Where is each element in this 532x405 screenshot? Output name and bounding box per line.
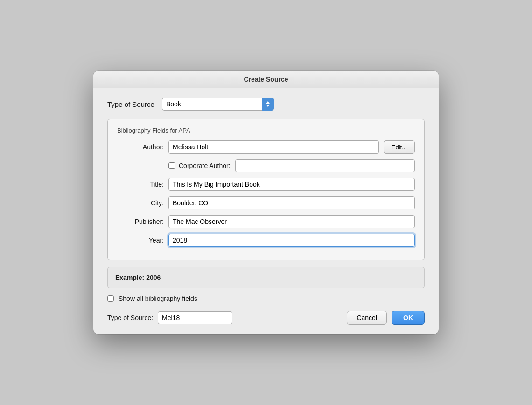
source-type-select[interactable]: Book bbox=[162, 98, 274, 111]
show-all-label: Show all bibliography fields bbox=[119, 295, 197, 302]
show-all-row: Show all bibliography fields bbox=[107, 295, 425, 302]
corporate-author-label: Corporate Author: bbox=[179, 162, 231, 169]
ok-button[interactable]: OK bbox=[392, 311, 425, 325]
bibliography-section: Bibliography Fields for APA Author: Edit… bbox=[107, 119, 425, 260]
author-label: Author: bbox=[117, 143, 164, 151]
example-text: Example: 2006 bbox=[115, 274, 161, 281]
year-input[interactable] bbox=[168, 234, 415, 247]
author-input[interactable] bbox=[168, 140, 379, 154]
example-section: Example: 2006 bbox=[107, 267, 425, 288]
dialog-title: Create Source bbox=[244, 76, 288, 83]
source-type-select-wrapper: Book bbox=[162, 98, 274, 111]
bottom-row: Type of Source: Cancel OK bbox=[107, 311, 425, 325]
tag-input[interactable] bbox=[158, 311, 232, 324]
corporate-author-checkbox[interactable] bbox=[168, 162, 175, 169]
dialog-title-bar: Create Source bbox=[93, 71, 439, 88]
corporate-author-input[interactable] bbox=[235, 159, 415, 172]
title-label: Title: bbox=[117, 181, 164, 188]
edit-button[interactable]: Edit... bbox=[384, 140, 415, 154]
type-of-source-row: Type of Source Book bbox=[107, 98, 425, 111]
city-row: City: bbox=[117, 196, 415, 209]
bibliography-section-label: Bibliography Fields for APA bbox=[117, 127, 415, 134]
publisher-label: Publisher: bbox=[117, 218, 164, 225]
dialog-body: Type of Source Book Bibliography Fields … bbox=[93, 88, 439, 334]
title-input[interactable] bbox=[168, 178, 415, 191]
show-all-checkbox[interactable] bbox=[107, 295, 114, 302]
cancel-button[interactable]: Cancel bbox=[347, 311, 387, 325]
title-row: Title: bbox=[117, 178, 415, 191]
author-row: Author: Edit... bbox=[117, 140, 415, 154]
corporate-author-checkbox-wrapper: Corporate Author: bbox=[168, 162, 231, 169]
city-label: City: bbox=[117, 199, 164, 207]
tag-label: Type of Source: bbox=[107, 314, 153, 321]
type-of-source-label: Type of Source bbox=[107, 100, 154, 108]
corporate-author-row: Corporate Author: bbox=[117, 159, 415, 172]
year-row: Year: bbox=[117, 234, 415, 247]
bottom-buttons: Cancel OK bbox=[347, 311, 425, 325]
bottom-left: Type of Source: bbox=[107, 311, 232, 324]
publisher-row: Publisher: bbox=[117, 215, 415, 228]
year-label: Year: bbox=[117, 237, 164, 244]
city-input[interactable] bbox=[168, 196, 415, 209]
create-source-dialog: Create Source Type of Source Book Biblio… bbox=[93, 71, 439, 334]
publisher-input[interactable] bbox=[168, 215, 415, 228]
